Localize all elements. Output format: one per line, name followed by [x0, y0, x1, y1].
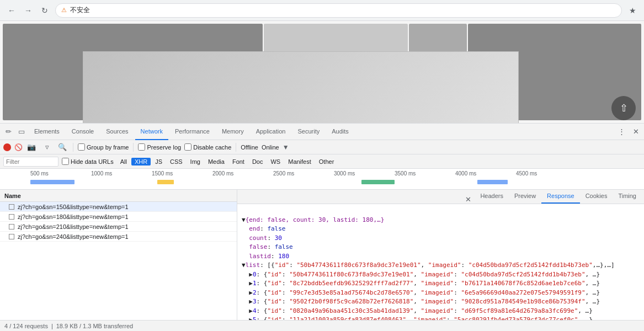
online-dropdown-icon[interactable]: ▼: [283, 143, 289, 151]
browser-chrome: ← → ↻ ⚠ 不安全 ★: [0, 0, 644, 21]
tl-500: 500 ms: [30, 170, 91, 177]
detail-tab-preview[interactable]: Preview: [509, 190, 541, 204]
requests-header: Name: [0, 190, 237, 202]
tl-4500: 4500 ms: [516, 170, 577, 177]
detail-tab-timing[interactable]: Timing: [613, 190, 642, 204]
request-name-3: zj?ch=go&sn=240&listtype=new&temp=1: [18, 233, 129, 240]
devtools-tab-bar: ✏ ▭ Elements Console Sources Network Per…: [0, 124, 644, 140]
online-label: Online: [262, 144, 279, 151]
more-options-button[interactable]: ⋮: [615, 126, 627, 138]
main-panel: Name zj?ch=go&sn=150&listtype=new&temp=1…: [0, 190, 644, 320]
filter-tab-manifest[interactable]: Manifest: [285, 158, 315, 166]
filter-button[interactable]: ▿: [41, 141, 53, 153]
timeline: 500 ms 1000 ms 1500 ms 2000 ms 2500 ms 3…: [0, 169, 644, 190]
tl-1000: 1000 ms: [91, 170, 152, 177]
request-item-3[interactable]: zj?ch=go&sn=240&listtype=new&temp=1: [0, 232, 237, 242]
name-column-header: Name: [4, 193, 21, 199]
back-button[interactable]: ←: [6, 4, 18, 17]
network-toolbar: 🚫 📷 ▿ 🔍 Group by frame Preserve log Disa…: [0, 140, 644, 154]
popup-overlay: ✕: [83, 51, 519, 123]
detail-tab-headers[interactable]: Headers: [475, 190, 509, 204]
detail-panel: ✕ Headers Preview Response Cookies Timin…: [237, 190, 644, 320]
tab-elements[interactable]: Elements: [29, 124, 65, 140]
bookmark-button[interactable]: ★: [626, 4, 638, 17]
request-icon-3: [9, 234, 14, 239]
tab-performance[interactable]: Performance: [169, 124, 215, 140]
record-button[interactable]: [3, 143, 11, 151]
tl-1500: 1500 ms: [152, 170, 212, 177]
forward-button[interactable]: →: [22, 4, 34, 17]
request-name-1: zj?ch=go&sn=180&listtype=new&temp=1: [18, 213, 129, 220]
filter-tab-xhr[interactable]: XHR: [131, 158, 151, 166]
search-button[interactable]: 🔍: [56, 141, 68, 153]
close-detail-button[interactable]: ✕: [462, 195, 475, 204]
timeline-bars: [30, 177, 644, 188]
devtools-panel: ✏ ▭ Elements Console Sources Network Per…: [0, 123, 644, 331]
address-text: 不安全: [70, 6, 90, 15]
request-item-1[interactable]: zj?ch=go&sn=180&listtype=new&temp=1: [0, 212, 237, 222]
filter-tab-ws[interactable]: WS: [267, 158, 284, 166]
hide-data-urls-checkbox[interactable]: Hide data URLs: [62, 158, 114, 165]
reload-button[interactable]: ↻: [39, 4, 51, 17]
filter-tab-media[interactable]: Media: [205, 158, 228, 166]
request-icon-1: [9, 214, 14, 220]
filter-bar: Hide data URLs All XHR JS CSS Img Media …: [0, 154, 644, 169]
tab-memory[interactable]: Memory: [216, 124, 249, 140]
inspect-element-button[interactable]: ✏: [2, 126, 14, 138]
request-item-2[interactable]: zj?ch=go&sn=210&listtype=new&temp=1: [0, 222, 237, 232]
timeline-labels: 500 ms 1000 ms 1500 ms 2000 ms 2500 ms 3…: [0, 169, 644, 177]
detail-tabs: ✕ Headers Preview Response Cookies Timin…: [237, 190, 644, 204]
tab-console[interactable]: Console: [66, 124, 99, 140]
tl-2500: 2500 ms: [273, 170, 334, 177]
tab-application[interactable]: Application: [251, 124, 291, 140]
requests-count: 4 / 124 requests: [4, 323, 48, 329]
timeline-bar-3: [361, 180, 395, 184]
filter-tab-other[interactable]: Other: [316, 158, 338, 166]
security-icon: ⚠: [61, 7, 67, 14]
timeline-bar-4: [477, 180, 508, 184]
camera-button[interactable]: 📷: [25, 141, 38, 153]
devtools-icons: ⋮ ✕: [615, 126, 642, 138]
transfer-size: 18.9 KB / 1.3 MB transferred: [56, 323, 133, 329]
offline-label: Offline: [241, 144, 258, 151]
separator-1: [73, 143, 73, 152]
status-bar: 4 / 124 requests | 18.9 KB / 1.3 MB tran…: [0, 320, 644, 331]
tab-network[interactable]: Network: [135, 124, 168, 140]
device-toolbar-button[interactable]: ▭: [15, 126, 28, 138]
filter-input[interactable]: [3, 157, 58, 167]
popup-content: [83, 52, 518, 123]
response-content: ▼{end: false, count: 30, lastid: 180,…} …: [237, 204, 644, 320]
filter-type-tabs: All XHR JS CSS Img Media Font Doc WS Man…: [117, 158, 338, 166]
tab-sources[interactable]: Sources: [100, 124, 134, 140]
filter-tab-js[interactable]: JS: [152, 158, 166, 166]
response-line-summary: ▼{end: false, count: 30, lastid: 180,…}: [242, 216, 384, 223]
tl-2000: 2000 ms: [212, 170, 273, 177]
request-item-0[interactable]: zj?ch=go&sn=150&listtype=new&temp=1: [0, 202, 237, 212]
request-icon-0: [9, 204, 14, 210]
clear-button[interactable]: 🚫: [14, 143, 22, 151]
page-content: ✕ ⇧: [0, 21, 644, 123]
separator-3: [236, 143, 236, 152]
tl-4000: 4000 ms: [455, 170, 516, 177]
filter-tab-css[interactable]: CSS: [167, 158, 186, 166]
requests-list: Name zj?ch=go&sn=150&listtype=new&temp=1…: [0, 190, 237, 320]
request-name-0: zj?ch=go&sn=150&listtype=new&temp=1: [18, 204, 129, 210]
tl-3000: 3000 ms: [334, 170, 395, 177]
tab-audits[interactable]: Audits: [326, 124, 354, 140]
filter-tab-doc[interactable]: Doc: [249, 158, 267, 166]
preserve-log-checkbox[interactable]: Preserve log: [138, 143, 181, 151]
filter-tab-font[interactable]: Font: [229, 158, 248, 166]
address-bar[interactable]: ⚠ 不安全: [55, 3, 622, 18]
filter-tab-all[interactable]: All: [117, 158, 130, 166]
separator-2: [133, 143, 134, 152]
detail-tab-cookies[interactable]: Cookies: [580, 190, 613, 204]
disable-cache-checkbox[interactable]: Disable cache: [184, 143, 231, 151]
request-icon-2: [9, 224, 14, 229]
detail-tab-response[interactable]: Response: [541, 190, 580, 204]
tab-security[interactable]: Security: [292, 124, 325, 140]
timeline-bar-1: [30, 180, 74, 184]
scroll-to-top-button[interactable]: ⇧: [611, 96, 636, 120]
close-devtools-button[interactable]: ✕: [630, 126, 642, 138]
group-frame-checkbox[interactable]: Group by frame: [78, 143, 129, 151]
filter-tab-img[interactable]: Img: [187, 158, 204, 166]
